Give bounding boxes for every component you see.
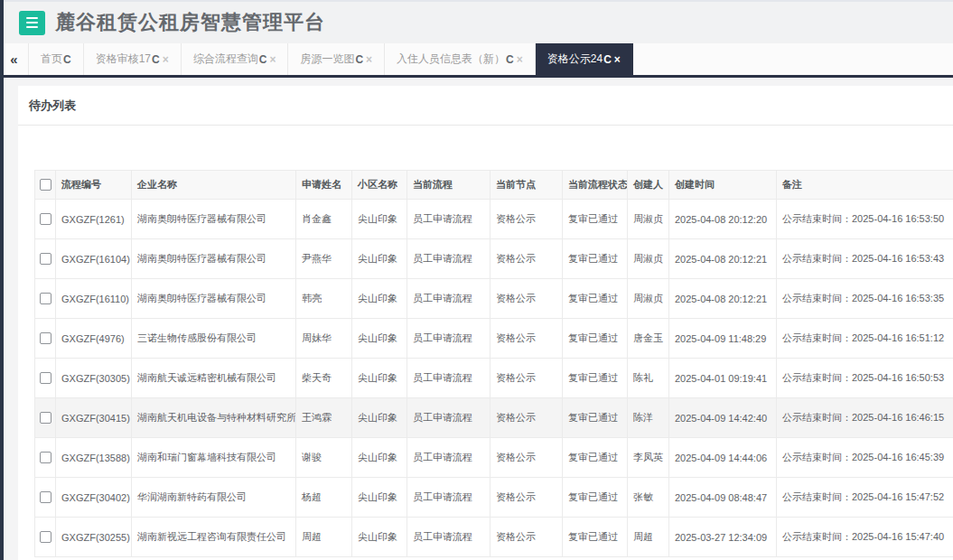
table-row[interactable]: GXGZF(30255)湖南新视远工程咨询有限责任公司周超尖山印象员工申请流程资… xyxy=(35,518,953,557)
cell-7: 周淑贞 xyxy=(628,200,669,239)
cell-6: 复审已通过 xyxy=(563,438,628,478)
table-row[interactable]: GXGZF(30402)华润湖南新特药有限公司杨超尖山印象员工申请流程资格公示复… xyxy=(35,478,953,518)
cell-4: 员工申请流程 xyxy=(407,239,491,279)
tab-item-1[interactable]: 资格审核17C× xyxy=(84,43,182,75)
tab-item-0[interactable]: 首页C xyxy=(29,43,84,75)
cell-9: 公示结束时间：2025-04-16 16:53:35 xyxy=(777,279,953,319)
cell-5: 资格公示 xyxy=(491,398,563,438)
cell-5: 资格公示 xyxy=(491,239,563,279)
cell-8: 2025-04-09 08:48:47 xyxy=(669,478,777,518)
menu-toggle-button[interactable] xyxy=(19,11,45,35)
row-checkbox-cell xyxy=(35,319,56,359)
row-checkbox[interactable] xyxy=(40,253,51,265)
collapsed-sidebar-strip xyxy=(0,0,4,560)
row-checkbox[interactable] xyxy=(40,531,51,543)
tab-item-5[interactable]: 资格公示24C× xyxy=(536,43,633,75)
cell-6: 复审已通过 xyxy=(563,319,628,359)
app-header: 麓谷租赁公租房智慧管理平台 xyxy=(0,0,953,43)
row-checkbox[interactable] xyxy=(40,412,51,424)
table-row[interactable]: GXGZF(13588)湖南和瑞门窗幕墙科技有限公司谢骏尖山印象员工申请流程资格… xyxy=(35,438,953,478)
tab-item-3[interactable]: 房源一览图C× xyxy=(288,43,385,75)
row-checkbox[interactable] xyxy=(40,293,51,304)
cell-9: 公示结束时间：2025-04-16 15:47:52 xyxy=(777,478,953,518)
cell-0: GXGZF(30255) xyxy=(56,518,132,557)
tab-bar-tabs: 首页C资格审核17C×综合流程查询C×房源一览图C×入住人员信息表（新）C×资格… xyxy=(29,43,633,75)
close-icon[interactable]: × xyxy=(366,53,372,66)
table-row[interactable]: GXGZF(30415)湖南航天机电设备与特种材料研究所王鸿霖尖山印象员工申请流… xyxy=(35,398,953,438)
cell-7: 李凤英 xyxy=(628,438,669,478)
cell-7: 陈洋 xyxy=(628,398,669,438)
cell-4: 员工申请流程 xyxy=(407,478,491,518)
cell-9: 公示结束时间：2025-04-16 16:46:15 xyxy=(777,398,953,438)
cell-8: 2025-04-09 14:44:06 xyxy=(669,438,777,478)
refresh-icon[interactable]: C xyxy=(603,53,612,66)
refresh-icon[interactable]: C xyxy=(152,53,160,66)
table-row[interactable]: GXGZF(16110)湖南奥朗特医疗器械有限公司韩亮尖山印象员工申请流程资格公… xyxy=(35,279,953,319)
collapse-tabs-button[interactable]: « xyxy=(0,43,29,75)
close-icon[interactable]: × xyxy=(614,53,621,66)
cell-7: 周淑贞 xyxy=(628,239,669,279)
select-all-checkbox[interactable] xyxy=(40,179,51,191)
tab-label: 首页 xyxy=(41,51,62,67)
panel-title: 待办列表 xyxy=(18,86,953,126)
row-checkbox[interactable] xyxy=(40,452,51,463)
cell-3: 尖山印象 xyxy=(352,359,407,398)
tab-item-4[interactable]: 入住人员信息表（新）C× xyxy=(385,43,536,75)
cell-2: 杨超 xyxy=(296,478,352,518)
column-header-0: 流程编号 xyxy=(56,171,132,200)
cell-7: 张敏 xyxy=(628,478,669,518)
refresh-icon[interactable]: C xyxy=(63,53,71,66)
cell-7: 周超 xyxy=(628,518,669,557)
cell-5: 资格公示 xyxy=(491,438,563,478)
tab-item-2[interactable]: 综合流程查询C× xyxy=(182,43,289,75)
column-header-9: 备注 xyxy=(777,171,953,200)
column-header-2: 申请姓名 xyxy=(296,171,352,200)
cell-2: 王鸿霖 xyxy=(296,398,352,438)
row-checkbox-cell xyxy=(35,478,56,518)
refresh-icon[interactable]: C xyxy=(506,53,514,66)
cell-8: 2025-04-08 20:12:21 xyxy=(669,279,777,319)
cell-3: 尖山印象 xyxy=(352,518,407,557)
cell-7: 唐金玉 xyxy=(628,319,669,359)
row-checkbox[interactable] xyxy=(40,491,51,503)
refresh-icon[interactable]: C xyxy=(259,53,267,66)
table-header-row: 流程编号企业名称申请姓名小区名称当前流程当前节点当前流程状态创建人创建时间备注 xyxy=(35,171,953,200)
table-row[interactable]: GXGZF(16104)湖南奥朗特医疗器械有限公司尹燕华尖山印象员工申请流程资格… xyxy=(35,239,953,279)
cell-0: GXGZF(16110) xyxy=(56,279,132,319)
cell-5: 资格公示 xyxy=(491,319,563,359)
cell-8: 2025-04-01 09:19:41 xyxy=(669,359,777,398)
cell-8: 2025-04-08 20:12:21 xyxy=(669,239,777,279)
cell-5: 资格公示 xyxy=(491,518,563,557)
refresh-icon[interactable]: C xyxy=(355,53,363,66)
table-row[interactable]: GXGZF(30305)湖南航天诚远精密机械有限公司柴天奇尖山印象员工申请流程资… xyxy=(35,359,953,398)
hamburger-icon xyxy=(26,17,38,19)
cell-1: 湖南奥朗特医疗器械有限公司 xyxy=(132,279,296,319)
cell-1: 湖南和瑞门窗幕墙科技有限公司 xyxy=(132,438,296,478)
close-icon[interactable]: × xyxy=(163,53,169,66)
row-checkbox-cell xyxy=(35,239,56,279)
row-checkbox[interactable] xyxy=(40,213,51,225)
row-checkbox[interactable] xyxy=(40,332,51,344)
cell-3: 尖山印象 xyxy=(352,478,407,518)
cell-2: 肖金鑫 xyxy=(296,200,352,239)
column-header-8: 创建时间 xyxy=(669,171,777,200)
close-icon[interactable]: × xyxy=(517,53,523,66)
double-chevron-left-icon: « xyxy=(10,51,17,67)
row-checkbox-cell xyxy=(35,279,56,319)
cell-4: 员工申请流程 xyxy=(407,359,491,398)
cell-6: 复审已通过 xyxy=(563,518,628,557)
cell-5: 资格公示 xyxy=(491,279,563,319)
cell-1: 湖南航天诚远精密机械有限公司 xyxy=(132,359,296,398)
close-icon[interactable]: × xyxy=(269,53,276,66)
column-header-1: 企业名称 xyxy=(132,171,296,200)
cell-6: 复审已通过 xyxy=(563,359,628,398)
row-checkbox-cell xyxy=(35,438,56,478)
cell-9: 公示结束时间：2025-04-16 16:45:39 xyxy=(777,438,953,478)
cell-0: GXGZF(13588) xyxy=(56,438,132,478)
cell-1: 湖南奥朗特医疗器械有限公司 xyxy=(132,239,296,279)
table-row[interactable]: GXGZF(1261)湖南奥朗特医疗器械有限公司肖金鑫尖山印象员工申请流程资格公… xyxy=(35,200,953,239)
cell-8: 2025-03-27 12:34:09 xyxy=(669,518,777,557)
table-row[interactable]: GXGZF(4976)三诺生物传感股份有限公司周妹华尖山印象员工申请流程资格公示… xyxy=(35,319,953,359)
cell-5: 资格公示 xyxy=(491,478,563,518)
row-checkbox[interactable] xyxy=(40,372,51,384)
